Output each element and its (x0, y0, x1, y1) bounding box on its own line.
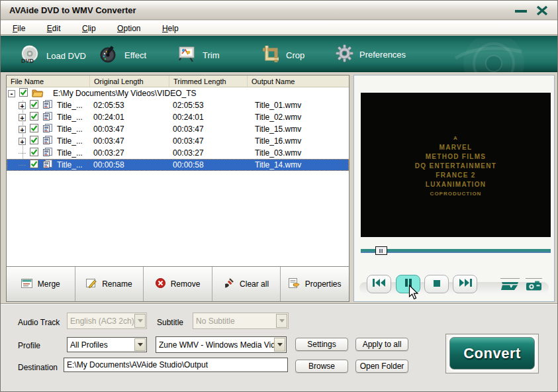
open-snapshot-folder-button[interactable] (500, 278, 520, 293)
seek-slider[interactable] (361, 249, 551, 253)
table-row[interactable]: + Title_... 00:03:47 00:03:47 Title_15.w… (7, 123, 349, 135)
row-checkbox[interactable] (30, 100, 38, 111)
open-folder-button[interactable]: Open Folder (355, 360, 408, 373)
table-row[interactable]: + Title_... 02:05:53 02:05:53 Title_01.w… (7, 99, 349, 111)
tree-expander-icon[interactable] (19, 153, 26, 154)
convert-frame: Convert (445, 334, 539, 373)
properties-button[interactable]: Properties (281, 267, 349, 301)
column-output-name[interactable]: Output Name (248, 75, 349, 87)
effect-button[interactable]: Effect (99, 44, 146, 66)
preferences-button[interactable]: Preferences (336, 44, 406, 64)
disc-watermark-icon (442, 38, 535, 72)
title-clip-icon (42, 148, 53, 158)
seek-thumb[interactable] (375, 246, 387, 255)
tree-expander-icon[interactable]: + (19, 102, 26, 109)
remove-button[interactable]: Remove (144, 267, 212, 301)
merge-button[interactable]: Merge (7, 267, 75, 301)
trim-button[interactable]: Trim (177, 44, 220, 66)
menu-clip[interactable]: Clip (82, 21, 96, 33)
tree-expander-icon[interactable]: + (19, 126, 26, 133)
tree-expander-icon[interactable] (19, 165, 26, 166)
minimize-icon[interactable] (515, 10, 527, 13)
table-row[interactable]: Title_... 00:00:58 00:00:58 Title_14.wmv (7, 159, 349, 171)
row-output-name: Title_02.wmv (255, 113, 301, 122)
previous-button[interactable] (367, 275, 391, 293)
crop-label: Crop (286, 50, 304, 60)
list-actions-bar: Merge Rename Remove Clear all (7, 266, 349, 301)
column-file-name[interactable]: File Name (7, 75, 90, 87)
skip-back-icon (372, 278, 387, 290)
rename-button[interactable]: Rename (75, 267, 144, 301)
video-caption-line: METHOD FILMS (361, 152, 551, 162)
remove-label: Remove (171, 279, 201, 289)
row-checkbox[interactable] (30, 136, 38, 146)
root-checkbox[interactable] (19, 88, 28, 99)
row-checkbox[interactable] (30, 124, 38, 134)
row-trimmed-length: 00:03:27 (173, 148, 204, 158)
destination-label: Destination (18, 363, 58, 372)
column-original-length[interactable]: Original Length (90, 75, 169, 87)
preferences-label: Preferences (359, 50, 406, 60)
trim-easel-icon (177, 44, 197, 66)
menu-option[interactable]: Option (117, 21, 140, 33)
row-trimmed-length: 00:03:47 (173, 136, 204, 146)
profile-select[interactable]: Zune WMV - Windows Media Vid (156, 336, 287, 353)
profile-category-value: All Profiles (70, 340, 108, 350)
column-trimmed-length[interactable]: Trimmed Length (169, 75, 248, 87)
tree-expander-icon[interactable]: + (19, 114, 26, 121)
row-checkbox[interactable] (30, 160, 38, 170)
menu-help[interactable]: Help (162, 21, 179, 33)
clear-all-button[interactable]: Clear all (212, 267, 281, 301)
row-trimmed-length: 00:03:47 (173, 124, 204, 134)
convert-button[interactable]: Convert (449, 337, 535, 369)
browse-button[interactable]: Browse (295, 360, 348, 373)
video-caption-line: DQ ENTERTAINMENT (361, 162, 551, 171)
clear-all-brush-icon (224, 278, 234, 291)
row-output-name: Title_03.wmv (255, 148, 301, 158)
row-original-length: 00:03:47 (93, 124, 124, 134)
row-trimmed-length: 00:24:01 (173, 113, 204, 122)
row-output-name: Title_16.wmv (255, 136, 301, 146)
skip-forward-icon (458, 278, 473, 290)
crop-button[interactable]: Crop (261, 44, 304, 66)
apply-to-all-button[interactable]: Apply to all (355, 338, 408, 351)
table-row[interactable]: Title_... 00:03:27 00:03:27 Title_03.wmv (7, 147, 349, 159)
subtitle-label: Subtitle (157, 318, 183, 327)
video-caption-line: A (361, 134, 551, 143)
load-dvd-button[interactable]: DVD Load DVD (19, 44, 86, 68)
clear-all-label: Clear all (240, 279, 269, 289)
stop-icon (433, 278, 441, 290)
collapse-expander-icon[interactable]: - (8, 90, 15, 97)
chevron-down-icon (134, 314, 146, 328)
row-checkbox[interactable] (30, 148, 38, 158)
chevron-down-icon (276, 314, 287, 328)
menu-edit[interactable]: Edit (47, 21, 61, 33)
close-icon[interactable] (536, 5, 548, 16)
profile-value: Zune WMV - Windows Media Vid (159, 340, 275, 350)
table-row[interactable]: + Title_... 00:24:01 00:24:01 Title_02.w… (7, 111, 349, 123)
chevron-down-icon (274, 338, 285, 352)
subtitle-select[interactable]: No Subtitle (193, 313, 289, 329)
menu-file[interactable]: File (13, 21, 25, 33)
snapshot-button[interactable] (526, 278, 542, 293)
effect-label: Effect (124, 50, 146, 60)
stop-button[interactable] (424, 275, 449, 293)
table-row[interactable]: + Title_... 00:03:47 00:03:47 Title_16.w… (7, 135, 349, 147)
row-title: Title_... (57, 148, 82, 158)
tree-expander-icon[interactable]: + (19, 138, 26, 145)
mouse-cursor (408, 285, 420, 303)
file-table-header: File Name Original Length Trimmed Length… (7, 75, 349, 87)
audio-track-select[interactable]: English (AC3 2ch) (67, 313, 147, 329)
settings-button[interactable]: Settings (295, 338, 348, 351)
row-original-length: 02:05:53 (93, 101, 124, 110)
trim-label: Trim (203, 50, 220, 60)
next-button[interactable] (453, 275, 477, 293)
row-title: Title_... (57, 113, 82, 122)
row-title: Title_... (57, 101, 82, 110)
gear-icon (336, 44, 353, 64)
properties-label: Properties (305, 279, 342, 289)
destination-input[interactable] (64, 358, 288, 372)
tree-root-row[interactable]: - E:\My Documents\My Videos\VIDEO_TS (7, 87, 349, 99)
profile-category-select[interactable]: All Profiles (67, 337, 147, 352)
row-checkbox[interactable] (30, 112, 38, 122)
